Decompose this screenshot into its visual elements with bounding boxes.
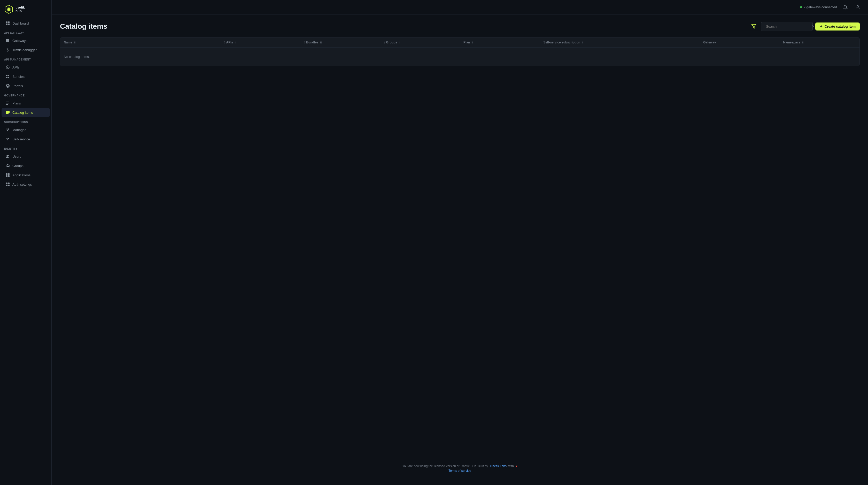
plans-icon <box>6 101 10 105</box>
footer-links: Terms of service <box>65 469 855 473</box>
sidebar-item-traffic-debugger[interactable]: Traffic debugger <box>2 46 50 54</box>
svg-rect-34 <box>6 175 7 177</box>
svg-point-9 <box>7 67 8 68</box>
svg-rect-15 <box>6 103 9 104</box>
col-gateway-label: Gateway <box>703 40 716 44</box>
col-bundles[interactable]: # Bundles ⇅ <box>300 37 380 47</box>
catalog-icon <box>6 110 10 115</box>
col-self-service-sort-icon: ⇅ <box>582 41 584 44</box>
svg-point-22 <box>6 138 7 139</box>
footer: You are now using the licensed version o… <box>60 459 860 478</box>
svg-rect-16 <box>6 104 8 105</box>
svg-point-23 <box>8 138 9 139</box>
col-plan-label: Plan <box>463 40 470 44</box>
page-title: Catalog items <box>60 22 107 30</box>
logo-icon <box>4 5 13 14</box>
svg-rect-10 <box>6 75 7 76</box>
sidebar-item-dashboard[interactable]: Dashboard <box>2 19 50 28</box>
svg-point-29 <box>7 164 8 166</box>
svg-line-25 <box>7 139 8 139</box>
svg-point-18 <box>8 129 9 130</box>
managed-icon <box>6 128 10 132</box>
col-namespace[interactable]: Namespace ⇅ <box>780 37 860 47</box>
col-plan[interactable]: Plan ⇅ <box>460 37 540 47</box>
notifications-button[interactable] <box>841 3 849 11</box>
svg-rect-4 <box>8 22 9 23</box>
sidebar-item-groups[interactable]: Groups <box>2 161 50 170</box>
search-input[interactable] <box>766 25 809 28</box>
create-catalog-item-button[interactable]: Create catalog item <box>815 23 860 30</box>
sidebar-item-users[interactable]: Users <box>2 152 50 161</box>
col-bundles-sort-icon: ⇅ <box>320 41 322 44</box>
svg-rect-37 <box>8 182 9 184</box>
content-area: Catalog items <box>52 15 868 485</box>
svg-point-7 <box>7 49 8 50</box>
sidebar-item-traffic-label: Traffic debugger <box>12 48 37 52</box>
svg-point-30 <box>6 165 7 166</box>
svg-rect-36 <box>6 182 7 184</box>
col-namespace-label: Namespace <box>783 40 801 44</box>
create-button-label: Create catalog item <box>825 25 856 28</box>
sidebar-item-catalog-items[interactable]: Catalog items <box>2 108 50 117</box>
svg-line-20 <box>7 130 8 130</box>
col-plan-sort-icon: ⇅ <box>471 41 473 44</box>
sidebar-item-bundles[interactable]: Bundles <box>2 72 50 81</box>
sidebar-item-portals[interactable]: Portals <box>2 81 50 90</box>
filter-icon <box>751 24 756 29</box>
col-name[interactable]: Name ⇅ <box>60 37 220 47</box>
sidebar-item-plans[interactable]: Plans <box>2 99 50 108</box>
main-content: 2 gateways connected Catalog items <box>52 0 868 485</box>
sidebar-item-plans-label: Plans <box>12 101 21 105</box>
svg-point-28 <box>8 155 9 156</box>
identity-section-label: IDENTITY <box>0 144 52 152</box>
status-dot <box>800 6 802 8</box>
sidebar-item-bundles-label: Bundles <box>12 75 25 79</box>
svg-point-27 <box>7 155 8 156</box>
col-namespace-sort-icon: ⇅ <box>802 41 804 44</box>
terms-of-service-link[interactable]: Terms of service <box>448 469 471 473</box>
sidebar-item-gateways[interactable]: Gateways <box>2 36 50 45</box>
user-menu-button[interactable] <box>854 3 862 11</box>
search-clear-button[interactable] <box>811 25 815 28</box>
api-management-section-label: API MANAGEMENT <box>0 55 52 62</box>
sidebar-item-applications-label: Applications <box>12 173 30 177</box>
col-groups[interactable]: # Groups ⇅ <box>380 37 460 47</box>
api-gateway-section-label: API GATEWAY <box>0 28 52 36</box>
heart-icon: ♥ <box>516 464 518 468</box>
portals-icon <box>6 84 10 88</box>
svg-marker-40 <box>752 25 756 28</box>
svg-rect-32 <box>6 173 7 175</box>
applications-icon <box>6 173 10 177</box>
traefik-labs-link[interactable]: Traefik Labs <box>490 464 506 468</box>
svg-line-26 <box>8 139 8 139</box>
sidebar-item-managed[interactable]: Managed <box>2 125 50 134</box>
sidebar-item-gateways-label: Gateways <box>12 39 27 42</box>
search-box[interactable] <box>761 22 813 31</box>
sidebar-item-apis[interactable]: APIs <box>2 63 50 72</box>
sidebar-item-groups-label: Groups <box>12 164 24 168</box>
sidebar-item-applications[interactable]: Applications <box>2 171 50 179</box>
col-apis[interactable]: # APIs ⇅ <box>220 37 300 47</box>
sidebar-item-dashboard-label: Dashboard <box>12 22 29 25</box>
governance-section-label: GOVERNANCE <box>0 90 52 98</box>
gateways-icon <box>6 38 10 42</box>
svg-point-17 <box>6 129 7 130</box>
svg-rect-13 <box>8 77 9 78</box>
sidebar-item-catalog-label: Catalog items <box>12 111 33 115</box>
user-icon <box>855 5 860 9</box>
logo: træfik hub <box>0 0 52 19</box>
footer-text: You are now using the licensed version o… <box>65 464 855 468</box>
col-self-service[interactable]: Self-service subscription ⇅ <box>540 37 700 47</box>
svg-rect-14 <box>6 102 9 102</box>
filter-button[interactable] <box>749 22 758 31</box>
header-actions: Create catalog item <box>749 22 860 31</box>
sidebar-item-auth-settings[interactable]: Auth settings <box>2 180 50 189</box>
footer-text-after: with <box>508 464 514 468</box>
svg-rect-35 <box>8 175 9 177</box>
sidebar-item-self-service[interactable]: Self-service <box>2 135 50 143</box>
logo-text: træfik hub <box>16 6 25 13</box>
svg-rect-39 <box>8 184 9 186</box>
svg-rect-3 <box>6 22 7 23</box>
bell-icon <box>843 5 847 9</box>
svg-point-19 <box>7 130 8 131</box>
